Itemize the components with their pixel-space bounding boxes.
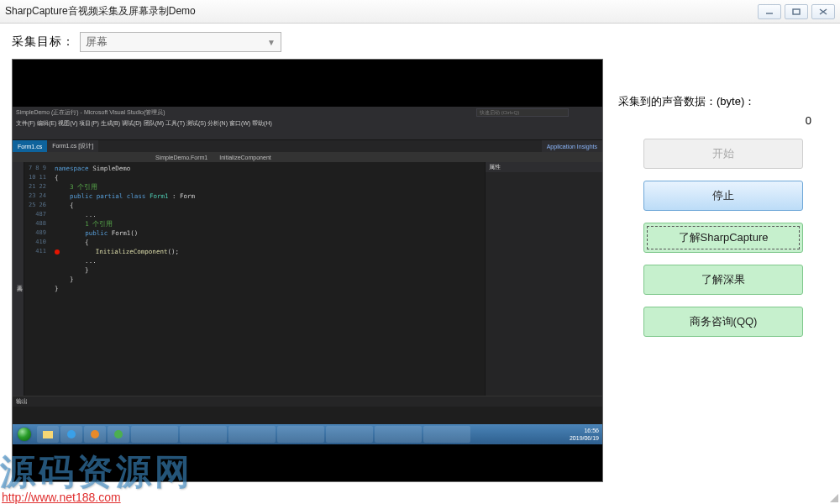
target-combo[interactable]: 屏幕 ▼ bbox=[80, 32, 281, 52]
taskbar-item bbox=[60, 426, 82, 443]
target-selected: 屏幕 bbox=[86, 34, 267, 50]
window-title: SharpCapture音视频采集及屏幕录制Demo bbox=[5, 4, 758, 18]
taskbar-running-app bbox=[228, 426, 276, 443]
audio-bytes-value: 0 bbox=[806, 114, 811, 127]
close-button[interactable] bbox=[811, 4, 835, 19]
taskbar-running-app bbox=[423, 426, 470, 443]
stop-button[interactable]: 停止 bbox=[643, 181, 803, 211]
clock-date: 2019/06/19 bbox=[570, 434, 599, 442]
taskbar-running-app bbox=[180, 426, 227, 443]
about-shenguo-button[interactable]: 了解深果 bbox=[643, 265, 803, 295]
taskbar-running-app bbox=[131, 426, 178, 443]
window-controls bbox=[758, 4, 835, 19]
breakpoint-icon bbox=[55, 249, 60, 255]
vs-bottom-tabs: 输出 bbox=[13, 396, 602, 407]
vs-navbar: SimpleDemo.Form1 InitializeComponent bbox=[13, 152, 602, 162]
side-panel: 采集到的声音数据：(byte)： 0 开始 停止 了解SharpCapture … bbox=[618, 59, 828, 497]
taskbar-running-app bbox=[277, 426, 324, 443]
vs-output-tab: 输出 bbox=[13, 396, 31, 407]
chevron-down-icon: ▼ bbox=[267, 38, 276, 47]
vs-titlebar: SimpleDemo (正在运行) - Microsoft Visual Stu… bbox=[13, 107, 602, 118]
preview-pane: SimpleDemo (正在运行) - Microsoft Visual Stu… bbox=[12, 59, 603, 482]
svg-rect-1 bbox=[793, 9, 800, 14]
maximize-button[interactable] bbox=[785, 4, 808, 19]
start-button: 开始 bbox=[643, 139, 803, 169]
audio-bytes-label: 采集到的声音数据：(byte)： bbox=[618, 94, 755, 109]
main-row: SimpleDemo (正在运行) - Microsoft Visual Stu… bbox=[12, 59, 828, 497]
vs-tab-inactive: Form1.cs [设计] bbox=[47, 140, 98, 152]
vs-toolbar bbox=[13, 129, 602, 140]
resize-grip[interactable] bbox=[828, 492, 838, 502]
taskbar-clock: 16:56 2019/06/19 bbox=[570, 427, 602, 442]
minimize-button[interactable] bbox=[758, 4, 781, 19]
vs-toolbox: 工具箱 bbox=[13, 162, 24, 396]
taskbar-running-app bbox=[326, 426, 373, 443]
biz-qq-button[interactable]: 商务咨询(QQ) bbox=[643, 307, 803, 337]
captured-screen-vs: SimpleDemo (正在运行) - Microsoft Visual Stu… bbox=[13, 107, 602, 441]
taskbar-item bbox=[108, 426, 129, 443]
vs-tab-active: Form1.cs bbox=[13, 140, 47, 152]
svg-point-7 bbox=[114, 430, 123, 438]
vs-gutter: 7 8 9 10 11 21 22 23 24 25 26 487 488 48… bbox=[24, 162, 50, 396]
clock-time: 16:56 bbox=[570, 427, 599, 434]
vs-title-text: SimpleDemo (正在运行) - Microsoft Visual Stu… bbox=[16, 108, 165, 117]
vs-menu: 文件(F) 编辑(E) 视图(V) 项目(P) 生成(B) 调试(D) 团队(M… bbox=[13, 118, 602, 129]
vs-body: 工具箱 7 8 9 10 11 21 22 23 24 25 26 487 48… bbox=[13, 162, 602, 396]
target-label: 采集目标： bbox=[12, 34, 75, 50]
windows-logo-icon bbox=[18, 428, 31, 441]
vs-app-insights: Application Insights bbox=[542, 140, 602, 152]
vs-quick-launch: 快速启动 (Ctrl+Q) bbox=[476, 108, 569, 117]
about-sharpcapture-button[interactable]: 了解SharpCapture bbox=[643, 223, 803, 253]
start-button bbox=[13, 424, 36, 444]
vs-right-header: 属性 bbox=[486, 162, 602, 172]
media-icon bbox=[90, 429, 100, 439]
vs-context-member: InitializeComponent bbox=[219, 155, 270, 160]
vs-tabs: Form1.cs Form1.cs [设计] Application Insig… bbox=[13, 140, 602, 152]
taskbar-item bbox=[37, 426, 59, 443]
vs-context-class: SimpleDemo.Form1 bbox=[155, 155, 207, 160]
vs-code: namespace SimpleDemo { 3 个引用 public part… bbox=[50, 162, 485, 396]
titlebar: SharpCapture音视频采集及屏幕录制Demo bbox=[0, 0, 840, 24]
chrome-icon bbox=[113, 429, 123, 439]
client-area: 采集目标： 屏幕 ▼ SimpleDemo (正在运行) - Microsoft… bbox=[0, 24, 840, 504]
taskbar-item bbox=[84, 426, 106, 443]
svg-point-6 bbox=[91, 430, 99, 438]
taskbar-running-app bbox=[375, 426, 422, 443]
explorer-icon bbox=[43, 429, 53, 439]
captured-taskbar: 16:56 2019/06/19 bbox=[13, 424, 602, 444]
vs-right-panel: 属性 bbox=[485, 162, 602, 396]
vs-editor: 7 8 9 10 11 21 22 23 24 25 26 487 488 48… bbox=[24, 162, 485, 396]
ie-icon bbox=[66, 429, 76, 439]
svg-rect-4 bbox=[43, 431, 53, 438]
target-row: 采集目标： 屏幕 ▼ bbox=[12, 32, 828, 52]
svg-point-5 bbox=[67, 430, 76, 438]
